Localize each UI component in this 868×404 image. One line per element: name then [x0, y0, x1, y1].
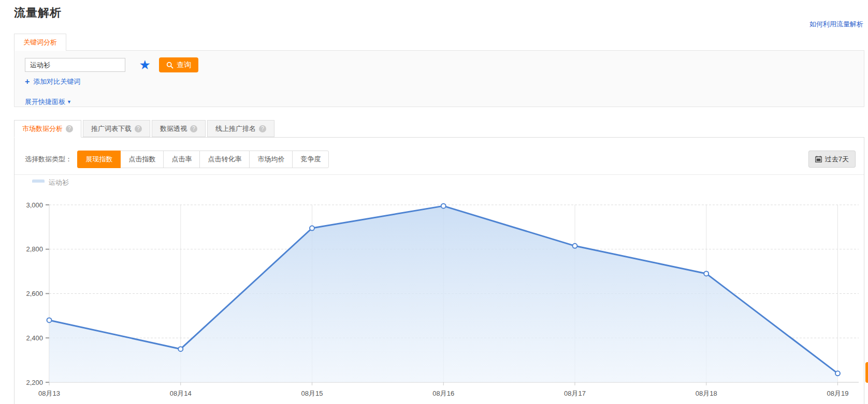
- calendar-icon: [815, 156, 822, 162]
- keyword-input[interactable]: [25, 58, 125, 72]
- tab-label: 推广词表下载: [91, 121, 132, 137]
- analysis-tab-bar: 市场数据分析 推广词表下载 数据透视 线上推广排名: [14, 120, 868, 137]
- how-to-use-link[interactable]: 如何利用流量解析: [809, 20, 863, 29]
- search-icon: [166, 62, 173, 69]
- expand-quick-panel-link[interactable]: 展开快捷面板: [25, 97, 71, 107]
- x-tick-label: 08月18: [696, 390, 717, 397]
- tab-keyword-analysis[interactable]: 关键词分析: [14, 34, 66, 51]
- data-point[interactable]: [835, 371, 840, 376]
- tab-data-pivot[interactable]: 数据透视: [152, 120, 206, 137]
- data-type-impression-index[interactable]: 展现指数: [77, 151, 121, 168]
- keyword-panel: 查询 添加对比关键词 展开快捷面板: [14, 50, 864, 107]
- y-tick-label: 2,800: [26, 245, 43, 253]
- x-tick-label: 08月17: [564, 390, 586, 397]
- trend-chart-svg: 2,2002,4002,6002,8003,00008月1308月1408月15…: [15, 186, 864, 404]
- x-tick-label: 08月13: [38, 390, 60, 397]
- data-type-competition[interactable]: 竞争度: [292, 151, 329, 168]
- tab-market-data-analysis[interactable]: 市场数据分析: [14, 120, 81, 138]
- help-icon[interactable]: [66, 125, 73, 132]
- favorite-star-icon[interactable]: [139, 57, 150, 72]
- data-type-click-conversion[interactable]: 点击转化率: [199, 151, 250, 168]
- x-tick-label: 08月19: [827, 390, 849, 397]
- data-type-label: 选择数据类型：: [25, 151, 72, 168]
- tab-online-promo-ranking[interactable]: 线上推广排名: [207, 120, 274, 137]
- data-type-click-index[interactable]: 点击指数: [120, 151, 164, 168]
- tab-label: 市场数据分析: [22, 121, 63, 137]
- keyword-tab-row: 关键词分析: [14, 34, 868, 51]
- x-tick-label: 08月14: [170, 390, 192, 397]
- series-area: [49, 206, 838, 382]
- data-point[interactable]: [573, 244, 577, 248]
- y-tick-label: 2,400: [26, 334, 43, 342]
- data-type-market-avg-price[interactable]: 市场均价: [249, 151, 293, 168]
- y-tick-label: 3,000: [26, 201, 43, 209]
- chart-legend: 运动衫: [15, 175, 864, 185]
- data-point[interactable]: [178, 347, 183, 351]
- legend-label: 运动衫: [49, 178, 69, 187]
- add-compare-keyword-link[interactable]: 添加对比关键词: [25, 77, 80, 86]
- page-title: 流量解析: [14, 5, 868, 21]
- data-type-ctr[interactable]: 点击率: [163, 151, 200, 168]
- y-tick-label: 2,600: [26, 290, 43, 297]
- query-button[interactable]: 查询: [159, 57, 198, 72]
- help-icon[interactable]: [135, 125, 142, 132]
- chart-controls: 选择数据类型： 展现指数 点击指数 点击率 点击转化率 市场均价 竞争度 过去7…: [15, 138, 864, 169]
- y-tick-label: 2,200: [26, 379, 43, 386]
- x-tick-label: 08月16: [432, 390, 454, 397]
- keyword-search-row: 查询: [25, 57, 864, 72]
- data-point[interactable]: [310, 226, 314, 231]
- x-tick-label: 08月15: [301, 390, 323, 397]
- trend-chart[interactable]: 2,2002,4002,6002,8003,00008月1308月1408月15…: [15, 186, 864, 404]
- legend-swatch-icon[interactable]: [32, 179, 45, 186]
- market-analysis-panel: 选择数据类型： 展现指数 点击指数 点击率 点击转化率 市场均价 竞争度 过去7…: [14, 137, 864, 404]
- data-point[interactable]: [47, 318, 52, 322]
- tab-label: 线上推广排名: [215, 121, 256, 137]
- data-type-button-group: 展现指数 点击指数 点击率 点击转化率 市场均价 竞争度: [77, 151, 329, 168]
- tab-label: 数据透视: [160, 121, 187, 137]
- tab-promo-wordlist-download[interactable]: 推广词表下载: [83, 120, 150, 137]
- query-button-label: 查询: [177, 61, 191, 70]
- data-point[interactable]: [704, 271, 708, 276]
- help-icon[interactable]: [190, 125, 197, 132]
- help-icon[interactable]: [259, 125, 266, 132]
- date-range-button[interactable]: 过去7天: [808, 151, 856, 168]
- data-point[interactable]: [441, 204, 446, 208]
- floating-side-widget[interactable]: [865, 362, 868, 383]
- date-range-label: 过去7天: [825, 155, 849, 164]
